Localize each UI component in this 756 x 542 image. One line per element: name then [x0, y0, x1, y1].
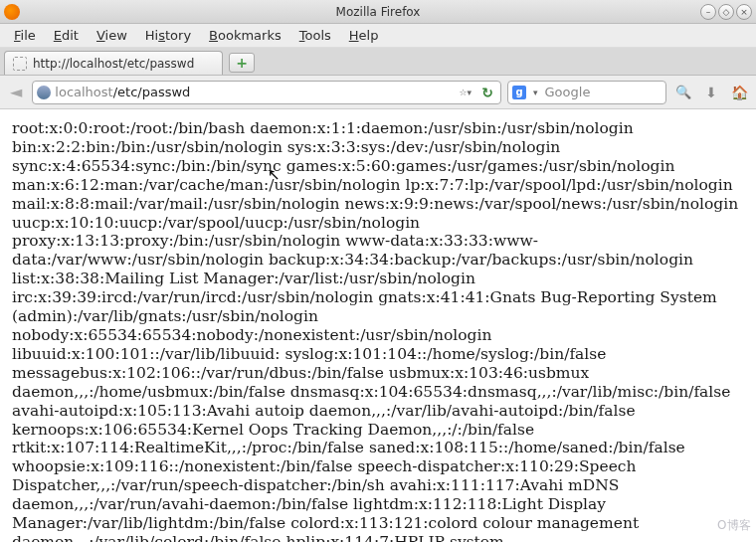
reload-button[interactable]: ↻ [478, 84, 496, 101]
menu-bookmarks[interactable]: Bookmarks [201, 25, 289, 46]
watermark: O博客 [717, 517, 752, 534]
tab-bar: http://localhost/etc/passwd + [0, 48, 756, 76]
tab-favicon [13, 57, 27, 71]
menu-tools[interactable]: Tools [291, 25, 339, 46]
search-placeholder: Google [545, 85, 591, 99]
window-titlebar: Mozilla Firefox – ◇ × [0, 0, 756, 24]
window-title: Mozilla Firefox [336, 5, 421, 19]
maximize-button[interactable]: ◇ [718, 4, 734, 20]
menu-edit[interactable]: Edit [46, 25, 87, 46]
home-icon[interactable]: 🏠 [728, 82, 750, 103]
search-dropdown-icon[interactable]: ▾ [530, 88, 541, 97]
close-button[interactable]: × [736, 4, 752, 20]
menu-file[interactable]: File [6, 25, 44, 46]
browser-tab[interactable]: http://localhost/etc/passwd [4, 51, 223, 75]
firefox-icon [4, 4, 20, 20]
navigation-toolbar: ◄ localhost/etc/passwd ☆▾ ↻ g ▾ Google 🔍… [0, 76, 756, 109]
menu-bar: File Edit View History Bookmarks Tools H… [0, 24, 756, 48]
url-text[interactable]: localhost/etc/passwd [55, 85, 452, 99]
globe-icon [37, 86, 51, 99]
downloads-icon[interactable]: ⬇ [700, 82, 722, 103]
url-bar[interactable]: localhost/etc/passwd ☆▾ ↻ [32, 81, 501, 104]
menu-history[interactable]: History [137, 25, 199, 46]
url-dropdown-icon[interactable]: ☆▾ [456, 88, 474, 97]
new-tab-button[interactable]: + [229, 53, 255, 73]
find-icon[interactable]: 🔍 [672, 82, 694, 103]
back-button[interactable]: ◄ [6, 83, 26, 101]
menu-help[interactable]: Help [341, 25, 387, 46]
google-icon: g [512, 86, 526, 99]
plus-icon: + [236, 55, 248, 71]
tab-label: http://localhost/etc/passwd [33, 57, 194, 71]
search-box[interactable]: g ▾ Google [507, 81, 666, 104]
minimize-button[interactable]: – [700, 4, 716, 20]
page-content: root:x:0:0:root:/root:/bin/bash daemon:x… [0, 109, 756, 542]
menu-view[interactable]: View [89, 25, 135, 46]
